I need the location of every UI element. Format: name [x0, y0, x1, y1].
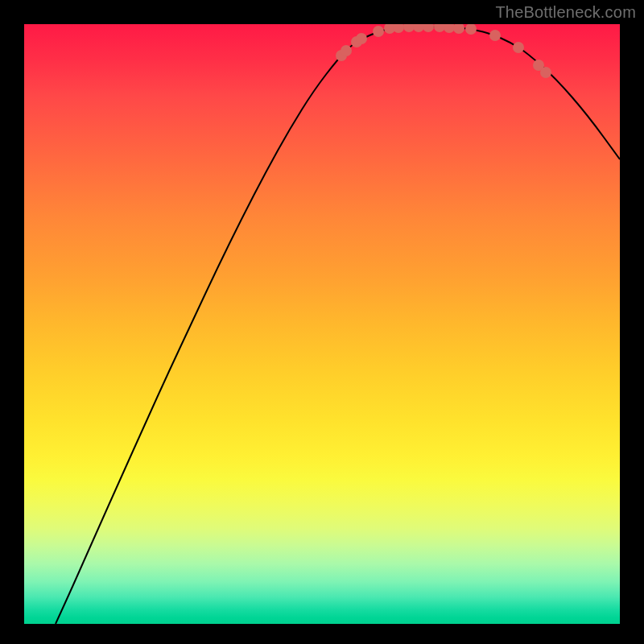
- chart-area: [24, 24, 620, 624]
- bottleneck-curve: [24, 24, 620, 624]
- watermark-text: TheBottleneck.com: [495, 3, 636, 22]
